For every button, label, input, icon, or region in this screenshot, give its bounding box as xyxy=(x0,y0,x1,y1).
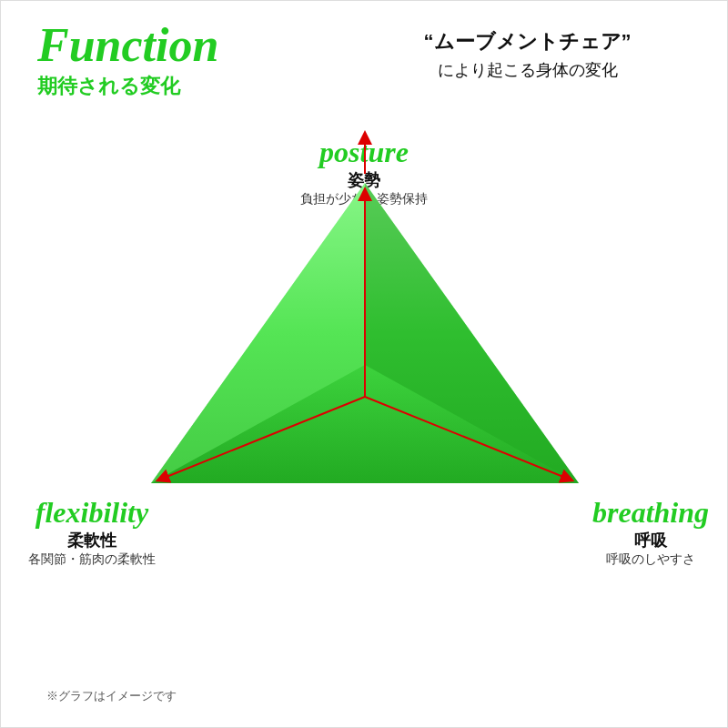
flexibility-en: flexibility xyxy=(28,496,156,530)
header-right: “ムーブメントチェア” により起こる身体の変化 xyxy=(364,19,691,81)
header-right-title: “ムーブメントチェア” xyxy=(364,28,691,56)
flexibility-ja-desc: 各関節・筋肉の柔軟性 xyxy=(28,551,156,568)
label-flexibility: flexibility 柔軟性 各関節・筋肉の柔軟性 xyxy=(28,496,156,568)
header-left: Function 期待される変化 xyxy=(37,19,364,100)
header-right-subtitle: により起こる身体の変化 xyxy=(364,59,691,81)
title-function: Function xyxy=(37,19,364,71)
breathing-en: breathing xyxy=(592,496,709,530)
breathing-ja-desc: 呼吸のしやすさ xyxy=(592,551,709,568)
triangle-diagram xyxy=(1,128,728,656)
page-container: Function 期待される変化 “ムーブメントチェア” により起こる身体の変化… xyxy=(0,0,728,728)
footnote: ※グラフはイメージです xyxy=(46,688,177,704)
breathing-ja-bold: 呼吸 xyxy=(592,530,709,551)
label-breathing: breathing 呼吸 呼吸のしやすさ xyxy=(592,496,709,568)
flexibility-ja-bold: 柔軟性 xyxy=(28,530,156,551)
title-subtitle: 期待される変化 xyxy=(37,73,364,100)
header: Function 期待される変化 “ムーブメントチェア” により起こる身体の変化 xyxy=(1,19,727,100)
